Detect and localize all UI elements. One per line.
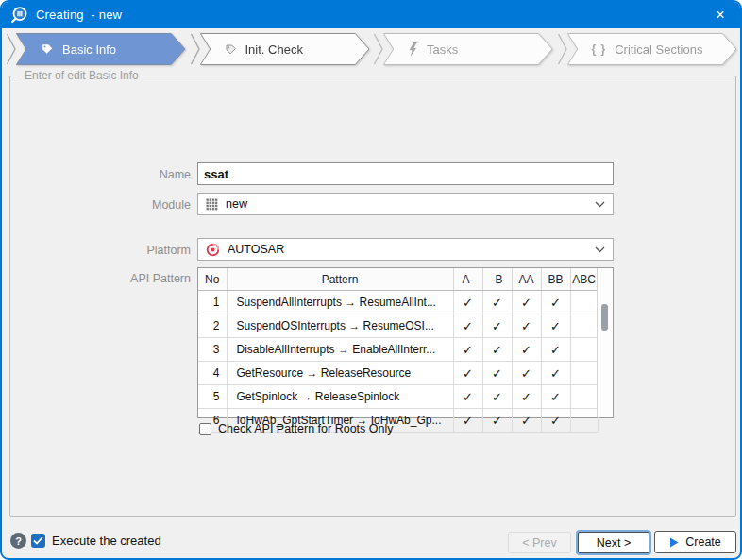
step-basic-info[interactable]: Basic Info [6,33,186,65]
window-title: Creating - new [36,8,122,22]
lightning-icon [408,42,418,57]
tag-icon [225,43,237,56]
checkmark-icon[interactable]: ✓ [541,314,570,338]
step-critical-sections[interactable]: { } Critical Sections [557,33,737,65]
col-pattern: Pattern [227,268,453,291]
table-row[interactable]: 5 GetSpinlock → ReleaseSpinlock ✓ ✓ ✓ ✓ [198,385,598,409]
create-label: Create [685,535,721,549]
checkmark-icon[interactable]: ✓ [453,362,482,385]
table-row[interactable]: 1 SuspendAllInterrupts → ResumeAllInt...… [198,291,598,314]
checkmark-icon[interactable]: ✓ [453,409,482,433]
checkmark-icon[interactable]: ✓ [482,362,512,385]
close-icon[interactable]: × [700,1,741,28]
table-row[interactable]: 3 DisableAllInterrupts → EnableAllInterr… [198,338,598,362]
chevron-down-icon [595,246,605,253]
creating-dialog: Creating - new × Basic Info [0,0,742,560]
row-no: 1 [198,291,227,314]
row-no: 4 [198,362,227,385]
table-row[interactable]: 4 GetResource → ReleaseResource ✓ ✓ ✓ ✓ [198,362,598,385]
module-label: Module [40,198,191,212]
table-header-row: No Pattern A- -B AA BB ABC [198,268,598,291]
scrollbar-thumb[interactable] [601,304,608,331]
wizard-steps: Basic Info Init. Check [6,33,736,65]
checkmark-icon[interactable]: ✓ [541,338,570,362]
checkmark-icon[interactable]: ✓ [512,291,541,314]
check-cell[interactable] [570,291,598,314]
platform-value: AUTOSAR [228,243,284,256]
roots-only-row: Check API Pattern for Roots Only [199,422,394,435]
checkmark-icon[interactable]: ✓ [512,338,541,362]
checkmark-icon[interactable]: ✓ [541,291,570,314]
row-pattern: SuspendOSInterrupts → ResumeOSI... [227,314,453,338]
table-row[interactable]: 2 SuspendOSInterrupts → ResumeOSI... ✓ ✓… [198,314,598,338]
row-no: 5 [198,385,227,409]
roots-only-label: Check API Pattern for Roots Only [218,422,394,435]
col-no: No [198,268,227,291]
autosar-icon [206,243,220,257]
execute-label: Execute the created [52,534,161,548]
create-button[interactable]: Create [654,531,736,553]
module-value: new [226,197,247,211]
col-abc: ABC [570,268,598,291]
help-icon[interactable]: ? [10,533,26,549]
platform-label: Platform [40,244,191,257]
chevron-sliver-icon [373,33,383,65]
api-pattern-label: API Pattern [40,272,191,285]
api-pattern-table: No Pattern A- -B AA BB ABC 1 SuspendAllI… [197,267,614,418]
checkmark-icon[interactable]: ✓ [482,338,512,362]
braces-icon: { } [592,42,607,56]
module-grid-icon [206,198,218,211]
check-cell[interactable] [570,362,598,385]
play-icon [669,537,679,548]
check-cell[interactable] [570,338,598,362]
row-pattern: GetSpinlock → ReleaseSpinlock [227,385,453,409]
checkmark-icon[interactable]: ✓ [453,338,482,362]
row-pattern: GetResource → ReleaseResource [227,362,453,385]
execute-checkbox[interactable] [31,534,45,548]
chevron-sliver-icon [190,33,200,65]
col-a: A- [453,268,482,291]
step-label: Basic Info [62,42,116,57]
checkmark-icon[interactable]: ✓ [482,385,512,409]
col-aa: AA [512,268,541,291]
name-label: Name [40,168,191,181]
roots-only-checkbox[interactable] [199,423,211,435]
check-cell[interactable] [570,409,598,433]
row-pattern: SuspendAllInterrupts → ResumeAllInt... [227,291,453,314]
checkmark-icon[interactable]: ✓ [482,409,512,433]
titlebar: Creating - new × [1,1,741,28]
module-select[interactable]: new [197,193,614,215]
checkmark-icon[interactable]: ✓ [453,385,482,409]
table-scrollbar[interactable] [597,268,613,417]
row-no: 3 [198,338,227,362]
check-icon [33,536,43,545]
platform-select[interactable]: AUTOSAR [197,238,614,261]
checkmark-icon[interactable]: ✓ [512,385,541,409]
chevron-sliver-icon [6,33,16,65]
groupbox-title: Enter of edit Basic Info [20,69,143,82]
check-cell[interactable] [570,385,598,409]
checkmark-icon[interactable]: ✓ [453,291,482,314]
checkmark-icon[interactable]: ✓ [541,362,570,385]
step-init-check[interactable]: Init. Check [190,33,370,65]
checkmark-icon[interactable]: ✓ [482,291,512,314]
step-label: Critical Sections [615,42,702,57]
row-pattern: DisableAllInterrupts → EnableAllInterr..… [227,338,453,362]
checkmark-icon[interactable]: ✓ [541,409,570,433]
checkmark-icon[interactable]: ✓ [541,385,570,409]
step-label: Init. Check [245,42,303,57]
chevron-sliver-icon [557,33,567,65]
next-button[interactable]: Next > [578,532,649,553]
col-b: -B [482,268,512,291]
checkmark-icon[interactable]: ✓ [512,314,541,338]
step-label: Tasks [427,42,458,57]
checkmark-icon[interactable]: ✓ [512,362,541,385]
checkmark-icon[interactable]: ✓ [512,409,541,433]
checkmark-icon[interactable]: ✓ [453,314,482,338]
chevron-down-icon [595,201,605,208]
checkmark-icon[interactable]: ✓ [482,314,512,338]
name-input[interactable] [197,162,614,185]
check-cell[interactable] [570,314,598,338]
prev-button[interactable]: < Prev [508,532,571,553]
step-tasks[interactable]: Tasks [373,33,553,65]
